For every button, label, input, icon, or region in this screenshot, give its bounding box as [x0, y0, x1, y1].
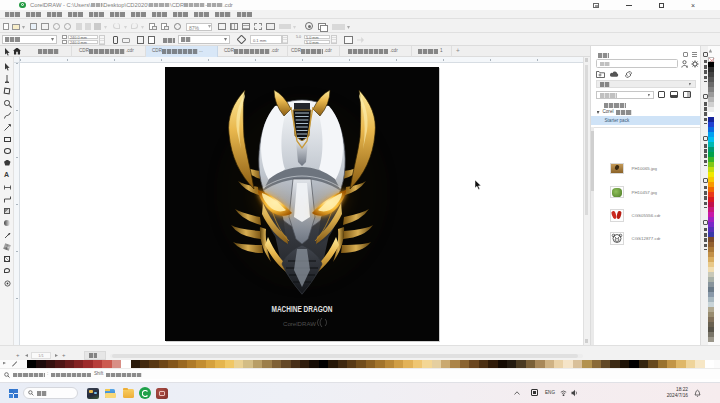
svg-text:CorelDRAW: CorelDRAW [283, 321, 317, 327]
svg-text:MACHINE DRAGON: MACHINE DRAGON [272, 303, 333, 314]
